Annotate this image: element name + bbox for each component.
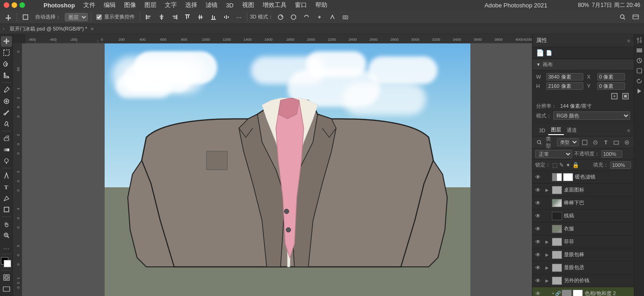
layer-expand-btn[interactable]: ▶ bbox=[544, 252, 550, 258]
background-color[interactable] bbox=[4, 260, 11, 267]
toolbar-3d-pan[interactable] bbox=[288, 13, 299, 21]
y-input[interactable] bbox=[597, 82, 625, 90]
tool-eyedropper[interactable] bbox=[1, 85, 12, 95]
toolbar-workspace[interactable] bbox=[630, 13, 641, 21]
tool-move[interactable] bbox=[1, 36, 12, 47]
layer-visibility-btn[interactable]: 👁 bbox=[534, 199, 542, 207]
menu-file[interactable]: 文件 bbox=[80, 0, 99, 10]
toolbar-align-right[interactable] bbox=[169, 13, 180, 21]
toolbar-3d-camera[interactable] bbox=[340, 13, 351, 21]
toolbar-3d-move[interactable] bbox=[314, 13, 325, 21]
layer-shape-btn[interactable] bbox=[612, 138, 621, 147]
tool-quick-mask[interactable] bbox=[1, 272, 12, 283]
layer-expand-btn[interactable]: ▶ bbox=[544, 278, 550, 284]
layer-visibility-btn[interactable]: 👁 bbox=[534, 212, 542, 220]
toolbar-distribute[interactable] bbox=[221, 13, 232, 21]
tool-gradient[interactable] bbox=[1, 144, 12, 155]
width-input[interactable] bbox=[546, 73, 583, 80]
tool-zoom[interactable] bbox=[1, 230, 12, 241]
tool-dodge[interactable] bbox=[1, 156, 12, 166]
menu-help[interactable]: 帮助 bbox=[312, 0, 331, 10]
tool-text[interactable]: T bbox=[1, 182, 12, 192]
tool-brush[interactable] bbox=[1, 107, 12, 118]
layer-smart-btn[interactable] bbox=[622, 138, 631, 147]
height-input[interactable] bbox=[546, 82, 583, 90]
x-input[interactable] bbox=[597, 73, 625, 80]
edge-actions-btn[interactable] bbox=[635, 87, 644, 95]
properties-collapse-btn[interactable]: ≡ bbox=[627, 38, 630, 43]
opacity-input[interactable] bbox=[601, 150, 622, 158]
layer-item[interactable]: 👁 + 🔗 色相/饱和度 2 bbox=[532, 287, 634, 296]
layer-visibility-btn[interactable]: 👁 bbox=[534, 173, 542, 181]
tab-layers[interactable]: 图层 bbox=[548, 125, 564, 135]
blend-mode-select[interactable]: 正常 bbox=[535, 150, 572, 158]
color-swatches[interactable] bbox=[1, 257, 12, 268]
lock-position-btn[interactable]: ✎ bbox=[559, 162, 564, 168]
menu-text[interactable]: 文字 bbox=[161, 0, 181, 10]
tool-eraser[interactable] bbox=[1, 133, 12, 144]
toolbar-transform-checkbox[interactable] bbox=[96, 14, 102, 20]
layer-expand-btn[interactable] bbox=[544, 226, 550, 232]
toolbar-3d-rotate[interactable] bbox=[275, 13, 286, 21]
menu-3d[interactable]: 3D bbox=[222, 1, 238, 10]
layer-item[interactable]: 👁 棒棒下巴 bbox=[532, 197, 634, 210]
menu-layer[interactable]: 图层 bbox=[141, 0, 160, 10]
tool-extra[interactable]: … bbox=[1, 241, 12, 252]
menu-image[interactable]: 图像 bbox=[120, 0, 140, 10]
document-tab[interactable]: 双开门冰箱.psd @ 50%(RGB/8*) * ✕ bbox=[6, 25, 98, 33]
tab-channels[interactable]: 通道 bbox=[564, 126, 580, 135]
tool-pen[interactable] bbox=[1, 170, 12, 181]
layer-item[interactable]: 👁 ▶ 显眼包棒 bbox=[532, 248, 634, 261]
menu-edit[interactable]: 编辑 bbox=[100, 0, 119, 10]
layer-expand-btn[interactable] bbox=[544, 200, 550, 206]
toolbar-show-transform-label[interactable]: 显示变换控件 bbox=[94, 12, 137, 21]
layer-visibility-btn[interactable]: 👁 bbox=[534, 277, 542, 284]
layer-visibility-btn[interactable]: 👁 bbox=[534, 264, 542, 271]
tool-crop[interactable] bbox=[1, 70, 12, 81]
layer-expand-btn[interactable]: ▶ bbox=[544, 239, 550, 245]
layer-text-btn[interactable]: T bbox=[601, 138, 610, 147]
toolbar-3d-scale[interactable] bbox=[327, 13, 338, 21]
menu-select[interactable]: 选择 bbox=[181, 0, 201, 10]
edge-adjustments-btn[interactable] bbox=[635, 56, 644, 65]
toolbar-3d-roll[interactable] bbox=[301, 13, 312, 21]
layer-expand-btn[interactable]: ▶ bbox=[544, 265, 550, 271]
tool-selection[interactable] bbox=[1, 48, 12, 58]
fullscreen-button[interactable] bbox=[19, 2, 25, 8]
toolbar-shape-btn[interactable] bbox=[20, 13, 31, 21]
edge-layers-btn[interactable] bbox=[635, 46, 644, 55]
toolbar-align-bottom[interactable] bbox=[208, 13, 219, 21]
apple-logo[interactable] bbox=[30, 1, 37, 9]
layer-visibility-btn[interactable]: 👁 bbox=[534, 225, 542, 233]
canvas-resize-btn2[interactable] bbox=[621, 92, 630, 101]
menu-view[interactable]: 视图 bbox=[238, 0, 258, 10]
tool-screen-mode[interactable] bbox=[1, 284, 12, 295]
toolbar-align-left[interactable] bbox=[143, 13, 154, 21]
layer-item[interactable]: 👁 ▶ 另外的价钱 bbox=[532, 274, 634, 287]
layer-visibility-btn[interactable]: 👁 bbox=[534, 251, 542, 259]
fill-input[interactable] bbox=[610, 161, 631, 169]
tab-close-btn[interactable]: ✕ bbox=[90, 26, 94, 31]
toolbar-align-middle[interactable] bbox=[195, 13, 206, 21]
layer-item[interactable]: 👁 ▶ 显眼包丞 bbox=[532, 261, 634, 274]
layer-kind-select[interactable]: 类型 bbox=[557, 138, 579, 146]
edge-properties-btn[interactable] bbox=[635, 36, 644, 44]
layer-item[interactable]: 👁 ▶ 桌面图标 bbox=[532, 184, 634, 197]
layer-expand-btn[interactable] bbox=[544, 290, 550, 296]
close-button[interactable] bbox=[4, 2, 9, 8]
minimize-button[interactable] bbox=[12, 2, 17, 8]
toolbar-layer-select[interactable]: 图层 bbox=[65, 13, 88, 21]
layer-expand-btn[interactable] bbox=[544, 213, 550, 219]
layer-visibility-btn[interactable]: 👁 bbox=[534, 290, 542, 296]
lock-all-btn[interactable]: 🔒 bbox=[572, 162, 579, 168]
panel-menu-btn[interactable]: ≡ bbox=[627, 128, 630, 133]
menu-plugins[interactable]: 增效工具 bbox=[259, 0, 290, 10]
toolbar-more[interactable]: ··· bbox=[234, 12, 244, 22]
edge-styles-btn[interactable] bbox=[635, 67, 644, 75]
tool-heal[interactable] bbox=[1, 96, 12, 106]
layer-item[interactable]: 👁 暖色滤镜 bbox=[532, 171, 634, 184]
canvas-section-header[interactable]: ▼ 画布 bbox=[532, 59, 634, 70]
canvas-area[interactable] bbox=[22, 43, 532, 296]
lock-artboard-btn[interactable]: ✦ bbox=[566, 162, 570, 168]
layer-visibility-btn[interactable]: 👁 bbox=[534, 186, 542, 194]
